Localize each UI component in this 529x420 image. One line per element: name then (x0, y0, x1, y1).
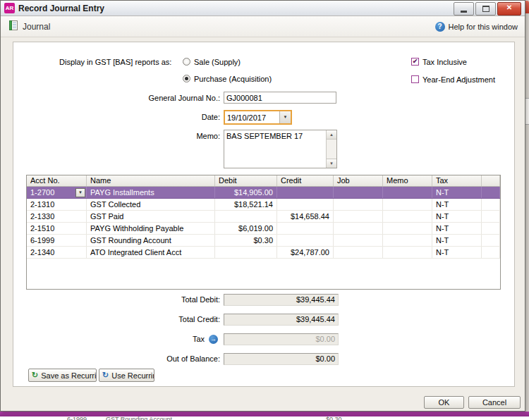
date-dropdown-button[interactable]: ▼ (279, 111, 291, 123)
help-label: Help for this window (449, 23, 518, 31)
cell-spacer (482, 247, 500, 258)
cell-job[interactable] (334, 211, 383, 222)
out-of-balance-label: Out of Balance: (79, 353, 220, 365)
cell-name[interactable]: GST Rounding Account (87, 235, 215, 246)
checkbox-year-end-adjustment[interactable]: Year-End Adjustment (411, 75, 495, 84)
help-icon: ? (435, 22, 445, 32)
cell-name[interactable]: GST Collected (87, 199, 215, 210)
radio-sale-supply[interactable]: Sale (Supply) (183, 57, 241, 66)
cell-job[interactable] (334, 223, 383, 234)
cell-acct-no[interactable]: 6-1999 (27, 235, 87, 246)
cancel-button[interactable]: Cancel (468, 396, 521, 409)
table-row[interactable]: 2-1510 PAYG Withholding Payable $6,019.0… (27, 223, 500, 235)
cell-memo[interactable] (383, 235, 432, 246)
table-row[interactable]: 2-1330 GST Paid $14,658.44 N-T (27, 211, 500, 223)
general-journal-no-input[interactable] (224, 92, 336, 104)
gst-display-label: Display in GST [BAS] reports as: (59, 58, 171, 67)
cell-job[interactable] (334, 235, 383, 246)
minimize-icon (461, 11, 467, 13)
cell-tax[interactable]: N-T (432, 247, 482, 258)
use-recurring-button[interactable]: ↻ Use Recurring (99, 369, 154, 382)
cell-memo[interactable] (383, 199, 432, 210)
cell-name[interactable]: PAYG Withholding Payable (87, 223, 215, 234)
cell-acct-no[interactable]: 2-1340 (27, 247, 87, 258)
cell-spacer (482, 211, 500, 222)
table-row[interactable]: 2-1340 ATO Integrated Client Acct $24,78… (27, 247, 500, 259)
cell-job[interactable] (334, 199, 383, 210)
cell-tax[interactable]: N-T (432, 235, 482, 246)
account-dropdown-icon[interactable]: ▼ (75, 188, 85, 197)
background-partial-row: 6-1999 GST Rounding Account $0.30 (0, 416, 529, 420)
cell-acct-no[interactable]: 2-1330 (27, 211, 87, 222)
tax-zoom-arrow-icon[interactable]: → (209, 335, 218, 344)
cell-debit[interactable]: $18,521.14 (215, 199, 277, 210)
window-title: Record Journal Entry (18, 4, 104, 13)
cell-job[interactable] (334, 247, 383, 258)
header-job: Job (334, 175, 383, 186)
header-name: Name (87, 175, 215, 186)
cell-name[interactable]: ATO Integrated Client Acct (87, 247, 215, 258)
scroll-up-icon[interactable]: ▲ (327, 130, 336, 140)
table-header-row: Acct No. Name Debit Credit Job Memo Tax (27, 175, 500, 187)
cell-name[interactable]: GST Paid (87, 211, 215, 222)
total-credit-value: $39,445.44 (224, 314, 339, 326)
cell-spacer (482, 223, 500, 234)
cell-memo[interactable] (383, 247, 432, 258)
cell-acct-no[interactable]: 2-1310 (27, 199, 87, 210)
cell-credit[interactable] (277, 187, 334, 198)
general-journal-no-label: General Journal No.: (79, 92, 220, 104)
journal-label: Journal (23, 22, 50, 32)
checkbox-tax-inclusive[interactable]: ✔ Tax Inclusive (411, 57, 467, 66)
close-button[interactable]: ✕ (497, 2, 521, 16)
cell-debit[interactable]: $14,905.00 (215, 187, 277, 198)
radio-purchase-acquisition[interactable]: Purchase (Acquisition) (183, 74, 272, 83)
radio-selected-icon (183, 75, 190, 82)
cell-memo[interactable] (383, 211, 432, 222)
cell-tax[interactable]: N-T (432, 223, 482, 234)
chevron-down-icon: ▼ (284, 115, 288, 119)
cell-tax[interactable]: N-T (432, 187, 482, 198)
cell-name[interactable]: PAYG Installments (87, 187, 215, 198)
table-row[interactable]: 6-1999 GST Rounding Account $0.30 N-T (27, 235, 500, 247)
cell-debit[interactable] (215, 211, 277, 222)
tax-inclusive-label: Tax Inclusive (422, 58, 467, 66)
cell-credit[interactable] (277, 223, 334, 234)
toolbar: Journal ? Help for this window (1, 16, 525, 37)
cell-acct-no[interactable]: 2-1510 (27, 223, 87, 234)
header-credit: Credit (277, 175, 334, 186)
tax-label: Tax (79, 333, 205, 345)
minimize-button[interactable] (454, 2, 474, 16)
scroll-down-icon[interactable]: ▼ (327, 159, 336, 168)
memo-input[interactable]: BAS SEPTEMBER 17 ▲ ▼ (224, 130, 337, 168)
cell-credit[interactable]: $14,658.44 (277, 211, 334, 222)
cell-tax[interactable]: N-T (432, 199, 482, 210)
cell-credit[interactable]: $24,787.00 (277, 247, 334, 258)
date-input[interactable] (225, 111, 279, 123)
cell-tax[interactable]: N-T (432, 211, 482, 222)
cell-credit[interactable] (277, 235, 334, 246)
maximize-button[interactable] (475, 2, 496, 16)
ok-button[interactable]: OK (424, 396, 464, 409)
cell-memo[interactable] (383, 223, 432, 234)
cell-spacer (482, 199, 500, 210)
date-label: Date: (79, 111, 220, 123)
cell-memo[interactable] (383, 187, 432, 198)
cell-credit[interactable] (277, 199, 334, 210)
cell-job[interactable] (334, 187, 383, 198)
memo-scrollbar[interactable]: ▲ ▼ (326, 130, 336, 168)
help-button[interactable]: ? Help for this window (435, 22, 518, 32)
cell-debit[interactable]: $0.30 (215, 235, 277, 246)
app-logo-icon: AR (4, 3, 15, 13)
cell-debit[interactable] (215, 247, 277, 258)
cell-debit[interactable]: $6,019.00 (215, 223, 277, 234)
titlebar[interactable]: AR Record Journal Entry ✕ (1, 1, 525, 16)
save-as-recurring-button[interactable]: ↻ Save as Recurring (28, 369, 97, 382)
journal-icon (8, 20, 19, 34)
table-row[interactable]: 1-2700▼ PAYG Installments $14,905.00 N-T (27, 187, 500, 199)
recurring-icon: ↻ (102, 371, 109, 379)
close-icon: ✕ (498, 4, 521, 11)
cell-acct-no[interactable]: 1-2700▼ (27, 187, 87, 198)
total-debit-value: $39,445.44 (224, 294, 339, 306)
save-as-recurring-label: Save as Recurring (41, 371, 97, 380)
table-row[interactable]: 2-1310 GST Collected $18,521.14 N-T (27, 199, 500, 211)
